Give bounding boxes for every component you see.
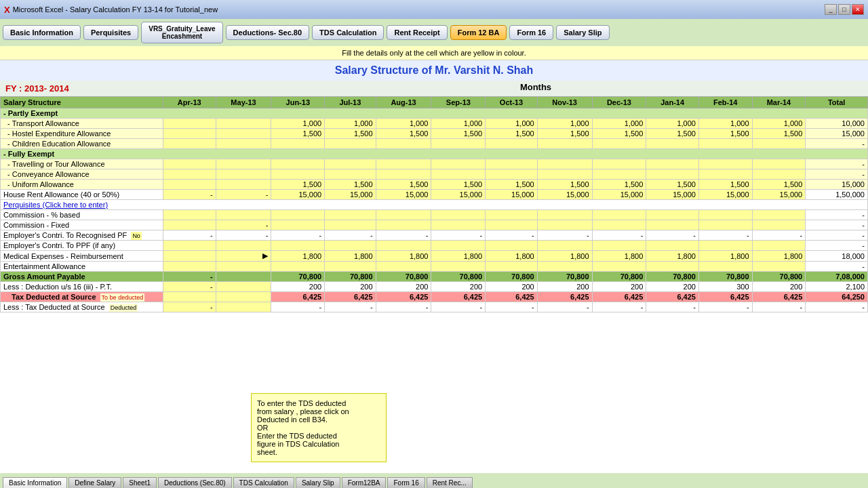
info-bar: Fill the details only at the cell which … [0, 46, 868, 60]
col-header-salary-structure: Salary Structure [1, 97, 163, 108]
row-label: Employer's Contri. To PPF (if any) [1, 241, 163, 251]
table-row-perquisites[interactable]: Perquisites (Click here to enter) [1, 200, 868, 210]
row-label: Tax Deducted at Source To be deducted [1, 292, 163, 302]
table-row: Medical Expenses - Reimbursement ▶ 1,800… [1, 251, 868, 262]
row-label: - Hostel Expenditure Allowance [1, 129, 163, 139]
tooltip: To enter the TDS deducted from salary , … [251, 393, 387, 462]
gross-label: Gross Amount Payable [1, 272, 163, 282]
col-header-jan14: Jan-14 [646, 97, 699, 108]
row-label: - Transport Allowance [1, 119, 163, 129]
salary-table: Salary Structure Apr-13 May-13 Jun-13 Ju… [0, 96, 868, 312]
bottom-tab-deductions[interactable]: Deductions (Sec.80) [158, 477, 232, 488]
col-header-dec13: Dec-13 [592, 97, 646, 108]
table-row-gross: Gross Amount Payable - 70,800 70,800 70,… [1, 272, 868, 282]
row-label: Less : Deduction u/s 16 (iii) - P.T. [1, 282, 163, 292]
perquisites-link[interactable]: Perquisites (Click here to enter) [1, 200, 868, 210]
table-row: Commission - Fixed - - [1, 220, 868, 230]
section-partly-exempt: - Partly Exempt [1, 108, 868, 119]
bottom-tab-tds[interactable]: TDS Calculation [233, 477, 294, 488]
table-header-row: Salary Structure Apr-13 May-13 Jun-13 Ju… [1, 97, 868, 108]
tab-form16[interactable]: Form 16 [509, 25, 553, 40]
section-fully-exempt: - Fully Exempt [1, 149, 868, 159]
bottom-tab-form12ba[interactable]: Form12BA [342, 477, 387, 488]
fy-months-row: FY : 2013- 2014 Months [0, 81, 868, 96]
tab-perquisites[interactable]: Perquisites [83, 25, 138, 40]
row-label: - Conveyance Allowance [1, 169, 163, 180]
row-label: Medical Expenses - Reimbursement [1, 251, 163, 262]
excel-icon: X [4, 5, 10, 15]
table-row: House Rent Allowance (40 or 50%) - - 15,… [1, 190, 868, 200]
row-label: Commission - Fixed [1, 220, 163, 230]
restore-button[interactable]: □ [838, 4, 850, 15]
close-button[interactable]: ✕ [852, 4, 864, 15]
row-label: Employer's Contri. To Recognised PF No [1, 230, 163, 241]
months-label: Months [206, 82, 865, 95]
table-row: - Hostel Expenditure Allowance 1,500 1,5… [1, 129, 868, 139]
tab-rent-receipt[interactable]: Rent Receipt [387, 25, 447, 40]
bottom-tab-salary-slip[interactable]: Salary Slip [296, 477, 340, 488]
scroll-area[interactable]: Salary Structure Apr-13 May-13 Jun-13 Ju… [0, 96, 868, 473]
nav-tabs: Basic Information Perquisites VRS_Gratui… [0, 19, 868, 46]
table-row: - Conveyance Allowance - [1, 169, 868, 180]
row-label: - Uniform Allowance [1, 180, 163, 190]
window-controls[interactable]: _ □ ✕ [825, 4, 864, 15]
col-header-apr13: Apr-13 [163, 97, 216, 108]
info-text: Fill the details only at the cell which … [342, 49, 526, 57]
title-row: Salary Structure of Mr. Varshit N. Shah [0, 60, 868, 81]
row-label: House Rent Allowance (40 or 50%) [1, 190, 163, 200]
col-header-nov13: Nov-13 [537, 97, 592, 108]
row-label: - Children Education Allowance [1, 139, 163, 149]
col-header-oct13: Oct-13 [486, 97, 538, 108]
col-header-feb14: Feb-14 [698, 97, 752, 108]
col-header-may13: May-13 [216, 97, 271, 108]
row-label: Commission - % based [1, 210, 163, 220]
minimize-button[interactable]: _ [825, 4, 837, 15]
col-header-total: Total [806, 97, 868, 108]
page-title: Salary Structure of Mr. Varshit N. Shah [4, 64, 864, 77]
table-row: Entertainment Allowance - [1, 262, 868, 272]
bottom-tab-define-salary[interactable]: Define Salary [68, 477, 121, 488]
table-row: - Children Education Allowance - [1, 139, 868, 149]
table-row: Employer's Contri. To PPF (if any) - [1, 241, 868, 251]
tab-tds-calc[interactable]: TDS Calculation [312, 25, 384, 40]
col-header-jun13: Jun-13 [271, 97, 325, 108]
row-label: Entertainment Allowance [1, 262, 163, 272]
table-row: Employer's Contri. To Recognised PF No -… [1, 230, 868, 241]
tooltip-text: To enter the TDS deducted from salary , … [257, 399, 349, 456]
bottom-tab-sheet1[interactable]: Sheet1 [123, 477, 157, 488]
tab-vrs-gratuity[interactable]: VRS_Gratuity_LeaveEncashment [141, 22, 222, 43]
tab-salary-slip[interactable]: Salary Slip [556, 25, 609, 40]
bottom-tabs: Basic Information Define Salary Sheet1 D… [0, 473, 868, 488]
row-label: - Travelling or Tour Allowance [1, 159, 163, 169]
section-label-partly-exempt: - Partly Exempt [1, 108, 868, 119]
section-label-fully-exempt: - Fully Exempt [1, 149, 868, 159]
table-row: - Transport Allowance 1,000 1,000 1,000 … [1, 119, 868, 129]
col-header-mar14: Mar-14 [752, 97, 806, 108]
tab-deductions[interactable]: Deductions- Sec.80 [226, 25, 309, 40]
col-header-sep13: Sep-13 [431, 97, 486, 108]
window-title: Microsoft Excel - Salary Calculation FY … [13, 5, 218, 14]
tab-basic-info[interactable]: Basic Information [3, 25, 81, 40]
bottom-tab-form16[interactable]: Form 16 [387, 477, 425, 488]
col-header-aug13: Aug-13 [376, 97, 431, 108]
col-header-jul13: Jul-13 [325, 97, 376, 108]
bottom-tab-basic-info[interactable]: Basic Information [3, 477, 67, 488]
title-bar: X Microsoft Excel - Salary Calculation F… [0, 0, 868, 19]
table-row: Commission - % based - [1, 210, 868, 220]
table-row-tax: Tax Deducted at Source To be deducted 6,… [1, 292, 868, 302]
fy-label: FY : 2013- 2014 [3, 82, 206, 95]
bottom-tab-rent[interactable]: Rent Rec... [427, 477, 473, 488]
row-label: Less : Tax Deducted at Source Deducted [1, 302, 163, 312]
table-row: Less : Tax Deducted at Source Deducted -… [1, 302, 868, 312]
table-row: - Uniform Allowance 1,500 1,500 1,500 1,… [1, 180, 868, 190]
table-row: Less : Deduction u/s 16 (iii) - P.T. - 2… [1, 282, 868, 292]
tab-form12ba[interactable]: Form 12 BA [450, 25, 507, 40]
table-row: - Travelling or Tour Allowance - [1, 159, 868, 169]
